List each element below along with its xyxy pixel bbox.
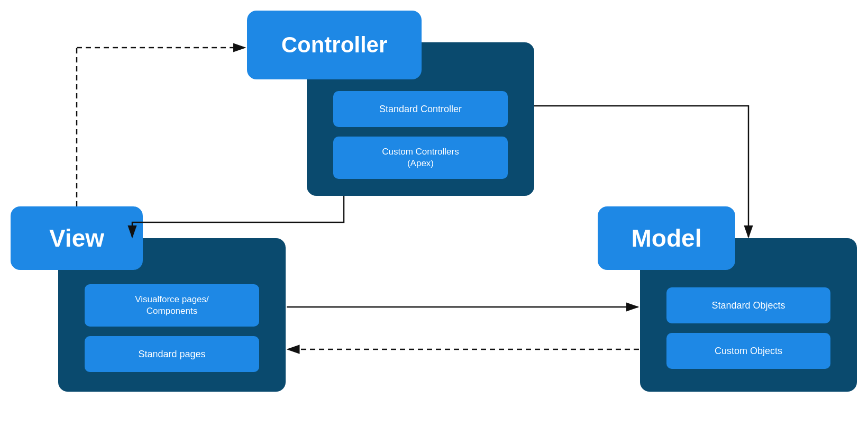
mvc-diagram: Standard Controller Custom Controllers(A…: [0, 0, 868, 425]
model-title: Model: [632, 224, 702, 252]
controller-blue-box: Controller: [247, 11, 422, 79]
vf-pages-label: Visualforce pages/Components: [135, 294, 209, 317]
model-blue-box: Model: [598, 206, 735, 270]
view-title: View: [49, 224, 104, 252]
custom-objects-box: Custom Objects: [666, 333, 830, 369]
custom-objects-label: Custom Objects: [715, 346, 782, 357]
custom-controllers-box: Custom Controllers(Apex): [333, 137, 508, 179]
standard-objects-box: Standard Objects: [666, 287, 830, 323]
custom-controllers-label: Custom Controllers(Apex): [382, 146, 459, 169]
vf-pages-box: Visualforce pages/Components: [85, 284, 259, 327]
standard-controller-box: Standard Controller: [333, 91, 508, 127]
standard-pages-label: Standard pages: [138, 349, 205, 360]
standard-objects-label: Standard Objects: [711, 300, 785, 311]
standard-controller-label: Standard Controller: [379, 104, 462, 115]
controller-title: Controller: [281, 32, 388, 58]
controller-to-view-arrow: [132, 196, 344, 237]
standard-pages-box: Standard pages: [85, 336, 259, 372]
view-blue-box: View: [11, 206, 143, 270]
